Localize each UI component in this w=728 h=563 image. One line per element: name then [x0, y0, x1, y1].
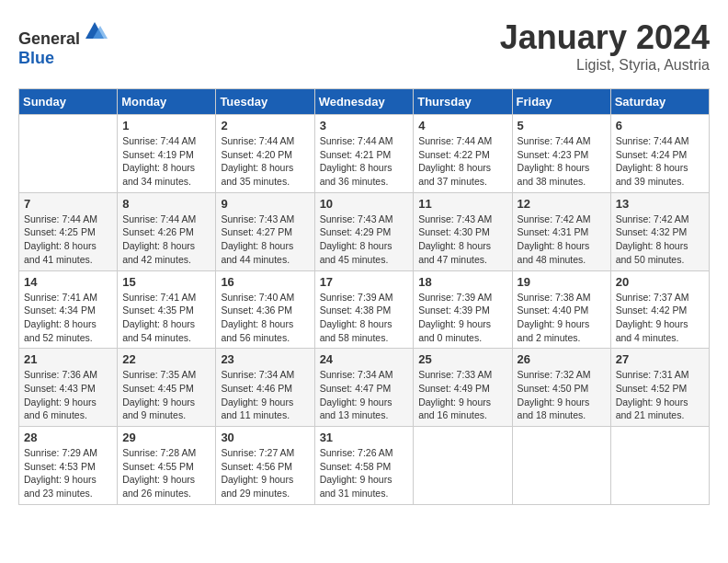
day-number: 12	[518, 197, 606, 211]
table-row: 7Sunrise: 7:44 AMSunset: 4:25 PMDaylight…	[19, 192, 118, 270]
day-number: 11	[418, 197, 506, 211]
table-row: 18Sunrise: 7:39 AMSunset: 4:39 PMDayligh…	[414, 270, 512, 349]
table-row: 19Sunrise: 7:38 AMSunset: 4:40 PMDayligh…	[512, 270, 610, 349]
col-thursday: Thursday	[414, 89, 512, 115]
table-row: 14Sunrise: 7:41 AMSunset: 4:34 PMDayligh…	[19, 270, 118, 349]
logo: General Blue	[18, 18, 108, 68]
table-row: 15Sunrise: 7:41 AMSunset: 4:35 PMDayligh…	[118, 270, 216, 349]
day-number: 20	[616, 275, 704, 289]
day-info: Sunrise: 7:32 AMSunset: 4:50 PMDaylight:…	[518, 368, 606, 422]
day-info: Sunrise: 7:34 AMSunset: 4:47 PMDaylight:…	[320, 368, 409, 422]
table-row: 3Sunrise: 7:44 AMSunset: 4:21 PMDaylight…	[314, 115, 414, 193]
day-info: Sunrise: 7:35 AMSunset: 4:45 PMDaylight:…	[122, 368, 210, 422]
table-row: 5Sunrise: 7:44 AMSunset: 4:23 PMDaylight…	[512, 115, 610, 193]
day-info: Sunrise: 7:33 AMSunset: 4:49 PMDaylight:…	[418, 368, 506, 422]
day-info: Sunrise: 7:27 AMSunset: 4:56 PMDaylight:…	[221, 446, 309, 500]
table-row: 30Sunrise: 7:27 AMSunset: 4:56 PMDayligh…	[216, 427, 314, 505]
table-row: 16Sunrise: 7:40 AMSunset: 4:36 PMDayligh…	[216, 270, 314, 349]
day-number: 14	[24, 275, 112, 289]
table-row: 24Sunrise: 7:34 AMSunset: 4:47 PMDayligh…	[314, 349, 414, 427]
day-number: 23	[221, 352, 309, 366]
table-row: 27Sunrise: 7:31 AMSunset: 4:52 PMDayligh…	[610, 349, 709, 427]
col-saturday: Saturday	[610, 89, 709, 115]
day-info: Sunrise: 7:44 AMSunset: 4:26 PMDaylight:…	[122, 213, 210, 267]
col-tuesday: Tuesday	[216, 89, 314, 115]
table-row: 17Sunrise: 7:39 AMSunset: 4:38 PMDayligh…	[314, 270, 414, 349]
day-number: 30	[221, 431, 309, 444]
day-info: Sunrise: 7:42 AMSunset: 4:32 PMDaylight:…	[616, 213, 704, 267]
day-info: Sunrise: 7:44 AMSunset: 4:22 PMDaylight:…	[418, 134, 506, 189]
day-number: 4	[418, 119, 506, 132]
table-row: 2Sunrise: 7:44 AMSunset: 4:20 PMDaylight…	[216, 115, 314, 193]
day-number: 5	[518, 119, 606, 132]
table-row: 9Sunrise: 7:43 AMSunset: 4:27 PMDaylight…	[216, 192, 314, 270]
page-header: General Blue January 2024 Ligist, Styria…	[18, 18, 710, 74]
day-number: 31	[320, 431, 409, 444]
table-row: 31Sunrise: 7:26 AMSunset: 4:58 PMDayligh…	[314, 427, 414, 505]
day-number: 29	[122, 431, 210, 444]
day-info: Sunrise: 7:44 AMSunset: 4:20 PMDaylight:…	[221, 134, 309, 189]
table-row: 1Sunrise: 7:44 AMSunset: 4:19 PMDaylight…	[118, 115, 216, 193]
day-info: Sunrise: 7:41 AMSunset: 4:35 PMDaylight:…	[122, 291, 210, 345]
logo-blue-text: Blue	[18, 49, 54, 67]
day-info: Sunrise: 7:44 AMSunset: 4:23 PMDaylight:…	[518, 134, 606, 189]
day-info: Sunrise: 7:36 AMSunset: 4:43 PMDaylight:…	[24, 368, 112, 422]
table-row	[512, 427, 610, 505]
day-number: 3	[320, 119, 409, 132]
day-number: 22	[122, 352, 210, 366]
logo-icon	[82, 18, 108, 44]
day-number: 18	[418, 275, 506, 289]
table-row: 11Sunrise: 7:43 AMSunset: 4:30 PMDayligh…	[414, 192, 512, 270]
day-info: Sunrise: 7:43 AMSunset: 4:29 PMDaylight:…	[320, 213, 409, 267]
day-number: 19	[518, 275, 606, 289]
table-row: 29Sunrise: 7:28 AMSunset: 4:55 PMDayligh…	[118, 427, 216, 505]
day-info: Sunrise: 7:28 AMSunset: 4:55 PMDaylight:…	[122, 446, 210, 500]
day-info: Sunrise: 7:39 AMSunset: 4:39 PMDaylight:…	[418, 291, 506, 345]
calendar-week-row: 7Sunrise: 7:44 AMSunset: 4:25 PMDaylight…	[19, 192, 710, 270]
day-info: Sunrise: 7:34 AMSunset: 4:46 PMDaylight:…	[221, 368, 309, 422]
day-info: Sunrise: 7:44 AMSunset: 4:19 PMDaylight:…	[122, 134, 210, 189]
day-number: 26	[518, 352, 606, 366]
day-number: 28	[24, 431, 112, 444]
table-row: 20Sunrise: 7:37 AMSunset: 4:42 PMDayligh…	[610, 270, 709, 349]
col-monday: Monday	[118, 89, 216, 115]
day-number: 15	[122, 275, 210, 289]
day-number: 17	[320, 275, 409, 289]
day-info: Sunrise: 7:44 AMSunset: 4:24 PMDaylight:…	[616, 134, 704, 189]
day-info: Sunrise: 7:39 AMSunset: 4:38 PMDaylight:…	[320, 291, 409, 345]
day-info: Sunrise: 7:43 AMSunset: 4:30 PMDaylight:…	[418, 213, 506, 267]
col-wednesday: Wednesday	[314, 89, 414, 115]
day-number: 1	[122, 119, 210, 132]
month-year-title: January 2024	[500, 18, 710, 57]
logo-general-text: General	[18, 29, 80, 48]
day-info: Sunrise: 7:37 AMSunset: 4:42 PMDaylight:…	[616, 291, 704, 345]
day-number: 24	[320, 352, 409, 366]
day-info: Sunrise: 7:44 AMSunset: 4:25 PMDaylight:…	[24, 213, 112, 267]
location-subtitle: Ligist, Styria, Austria	[500, 57, 710, 74]
calendar-header-row: Sunday Monday Tuesday Wednesday Thursday…	[19, 89, 710, 115]
day-number: 21	[24, 352, 112, 366]
table-row: 22Sunrise: 7:35 AMSunset: 4:45 PMDayligh…	[118, 349, 216, 427]
day-info: Sunrise: 7:43 AMSunset: 4:27 PMDaylight:…	[221, 213, 309, 267]
table-row: 28Sunrise: 7:29 AMSunset: 4:53 PMDayligh…	[19, 427, 118, 505]
day-info: Sunrise: 7:40 AMSunset: 4:36 PMDaylight:…	[221, 291, 309, 345]
calendar-week-row: 1Sunrise: 7:44 AMSunset: 4:19 PMDaylight…	[19, 115, 710, 193]
day-number: 6	[616, 119, 704, 132]
calendar-table: Sunday Monday Tuesday Wednesday Thursday…	[18, 88, 710, 505]
day-number: 2	[221, 119, 309, 132]
day-number: 16	[221, 275, 309, 289]
title-area: January 2024 Ligist, Styria, Austria	[500, 18, 710, 74]
day-number: 10	[320, 197, 409, 211]
table-row: 6Sunrise: 7:44 AMSunset: 4:24 PMDaylight…	[610, 115, 709, 193]
day-info: Sunrise: 7:31 AMSunset: 4:52 PMDaylight:…	[616, 368, 704, 422]
day-info: Sunrise: 7:26 AMSunset: 4:58 PMDaylight:…	[320, 446, 409, 500]
table-row: 10Sunrise: 7:43 AMSunset: 4:29 PMDayligh…	[314, 192, 414, 270]
day-info: Sunrise: 7:29 AMSunset: 4:53 PMDaylight:…	[24, 446, 112, 500]
day-number: 27	[616, 352, 704, 366]
table-row: 8Sunrise: 7:44 AMSunset: 4:26 PMDaylight…	[118, 192, 216, 270]
table-row	[19, 115, 118, 193]
day-info: Sunrise: 7:44 AMSunset: 4:21 PMDaylight:…	[320, 134, 409, 189]
calendar-week-row: 21Sunrise: 7:36 AMSunset: 4:43 PMDayligh…	[19, 349, 710, 427]
table-row	[610, 427, 709, 505]
day-info: Sunrise: 7:42 AMSunset: 4:31 PMDaylight:…	[518, 213, 606, 267]
